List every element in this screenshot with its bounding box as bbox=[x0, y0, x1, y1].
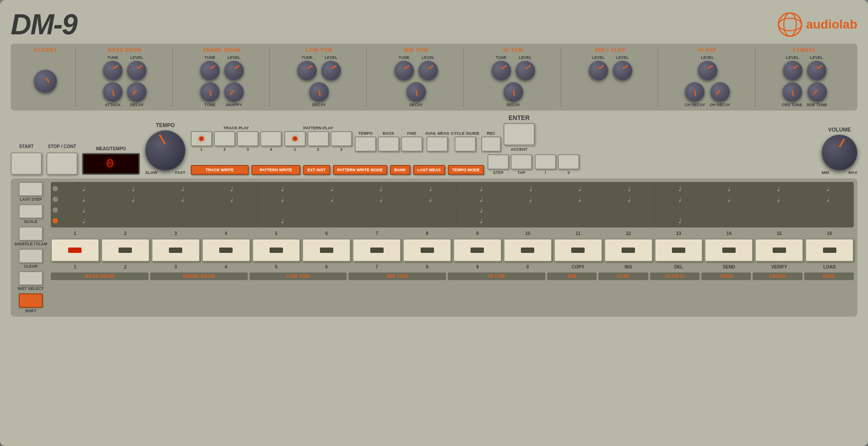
step-btn-11[interactable] bbox=[554, 239, 602, 262]
inst-select-button[interactable] bbox=[19, 271, 43, 285]
hihat-ch-decay[interactable] bbox=[685, 82, 704, 102]
shuffle-button[interactable] bbox=[19, 227, 43, 241]
track-play-btn-2[interactable] bbox=[214, 131, 235, 146]
pattern-play-btn-2[interactable] bbox=[307, 131, 329, 146]
bass-drum-attack[interactable] bbox=[103, 82, 123, 102]
inst-label-bass-drum: BASS DRUM bbox=[51, 273, 148, 280]
tempo-knob[interactable] bbox=[145, 130, 185, 170]
volume-knob[interactable] bbox=[822, 135, 857, 170]
step-btn-3[interactable] bbox=[151, 239, 200, 262]
mid-tom-level[interactable] bbox=[418, 61, 438, 80]
step-btn-16[interactable] bbox=[805, 239, 854, 262]
step-btn-12[interactable] bbox=[604, 239, 653, 262]
hi-tom-decay[interactable] bbox=[504, 82, 523, 102]
start-button[interactable] bbox=[11, 153, 42, 175]
cycle-guide-button[interactable] bbox=[454, 136, 476, 152]
rec-button[interactable] bbox=[481, 136, 501, 152]
cymbal-rde-tune[interactable] bbox=[807, 82, 827, 102]
tap-button[interactable] bbox=[511, 154, 532, 169]
hi-hat-label: HI HAT bbox=[698, 47, 717, 53]
hi-tom-level[interactable] bbox=[516, 61, 535, 80]
step-btn-8[interactable] bbox=[403, 239, 451, 262]
low-tom-level[interactable] bbox=[321, 61, 341, 80]
pattern-write-mode-button[interactable]: PATTERN WRITE MODE bbox=[333, 165, 387, 175]
logo: DM-9 bbox=[11, 8, 77, 41]
i-button[interactable] bbox=[535, 154, 556, 169]
track-play-btn-1[interactable] bbox=[191, 131, 212, 146]
clap-level[interactable] bbox=[613, 61, 632, 80]
track-play-btn-3[interactable] bbox=[237, 131, 258, 146]
step-btn-5[interactable] bbox=[252, 239, 301, 262]
mid-tom-decay[interactable] bbox=[406, 82, 426, 102]
step-btn-10[interactable] bbox=[504, 239, 552, 262]
hihat-level[interactable] bbox=[698, 61, 717, 80]
track-write-button[interactable]: TRACK WRITE bbox=[191, 165, 249, 175]
bass-drum-level[interactable] bbox=[127, 61, 147, 80]
instrument-low-tom: LOW TOM TUNE LEVEL DECAY bbox=[271, 47, 367, 107]
bank-button[interactable]: BANK bbox=[390, 165, 410, 175]
track-play-btn-4[interactable] bbox=[260, 131, 282, 146]
step-btn-2[interactable] bbox=[101, 239, 150, 262]
step-tap-group: STEP TAP bbox=[487, 154, 532, 175]
track-ind-1 bbox=[53, 186, 58, 191]
pattern-play-btn-3[interactable] bbox=[331, 131, 352, 146]
seq-main: ♩ ♩ ♩ ♩ ♩ ♩ ♩ ♩ ♩ ♩ ♩ ♩ bbox=[51, 182, 854, 313]
cymbal-ride-level[interactable] bbox=[807, 61, 827, 80]
step-btn-13[interactable] bbox=[655, 239, 703, 262]
mid-tom-tune[interactable] bbox=[394, 61, 414, 80]
step-btn-15[interactable] bbox=[755, 239, 803, 262]
hihat-oh-decay[interactable] bbox=[710, 82, 730, 102]
shift-button[interactable] bbox=[19, 293, 43, 308]
back-button[interactable] bbox=[378, 136, 399, 152]
low-tom-tune[interactable] bbox=[297, 61, 317, 80]
shuffle-label: SHUFFLE / FLAM bbox=[14, 242, 47, 246]
bass-drum-tune[interactable] bbox=[103, 61, 123, 80]
bass-drum-decay[interactable] bbox=[127, 82, 147, 102]
stop-button[interactable] bbox=[46, 153, 78, 175]
scale-group: SCALE bbox=[14, 204, 47, 224]
step-btn-7[interactable] bbox=[352, 239, 401, 262]
transport-area: START STOP / CONT MEAS/TEMPO 0 bbox=[11, 144, 140, 175]
ii-button[interactable] bbox=[558, 154, 579, 169]
pattern-write-button[interactable]: PATTERN WRITE bbox=[251, 165, 300, 175]
scale-button[interactable] bbox=[19, 204, 43, 219]
snare-snappy[interactable] bbox=[224, 82, 244, 102]
step-alt-labels: 1 2 3 4 5 6 7 8 9 0 COPY INS DEL SEND VE… bbox=[51, 264, 854, 269]
last-step-button[interactable] bbox=[19, 182, 43, 196]
step-button[interactable] bbox=[487, 154, 509, 169]
enter-button[interactable] bbox=[504, 123, 535, 145]
step-btn-4[interactable] bbox=[202, 239, 250, 262]
start-label: START bbox=[19, 144, 34, 149]
tempo-knob-area: TEMPO SLOW FAST bbox=[145, 122, 185, 175]
pattern-play-btn-1[interactable] bbox=[284, 131, 306, 146]
step-indicator-1 bbox=[68, 248, 82, 253]
step-btn-6[interactable] bbox=[302, 239, 351, 262]
fwd-button[interactable] bbox=[401, 136, 422, 152]
controls-top-row: TRACK PLAY 1 2 bbox=[191, 114, 816, 152]
rim-level[interactable] bbox=[589, 61, 608, 80]
tempo-button[interactable] bbox=[355, 136, 376, 152]
clear-button[interactable] bbox=[19, 249, 43, 263]
track-play-4: 4 bbox=[260, 131, 282, 152]
snare-tune[interactable] bbox=[200, 61, 220, 80]
last-meas-button[interactable]: LAST MEAS bbox=[413, 165, 445, 175]
step-btn-9[interactable] bbox=[453, 239, 502, 262]
svg-point-1 bbox=[784, 13, 796, 36]
accent-knob[interactable] bbox=[34, 70, 57, 93]
avail-meas-button[interactable] bbox=[426, 136, 448, 152]
low-tom-decay[interactable] bbox=[309, 82, 329, 102]
svg-point-0 bbox=[778, 13, 802, 36]
snare-tone[interactable] bbox=[200, 82, 220, 102]
step-btn-14[interactable] bbox=[704, 239, 753, 262]
cymbal-crash-level[interactable] bbox=[783, 61, 802, 80]
cymbal-crs-tune[interactable] bbox=[782, 82, 802, 102]
track-play-label: TRACK PLAY bbox=[223, 126, 249, 130]
tempo-mode-button[interactable]: TEMPO MODE bbox=[448, 165, 484, 175]
instrument-hi-hat: HI HAT LEVEL CH DECAY OH DECAY bbox=[660, 47, 755, 107]
step-buttons-row bbox=[51, 239, 854, 262]
ext-inst-button[interactable]: EXT INST bbox=[303, 165, 330, 175]
step-btn-1[interactable] bbox=[51, 239, 99, 262]
inst-label-open: OPEN bbox=[701, 273, 751, 280]
hi-tom-tune[interactable] bbox=[491, 61, 511, 80]
snare-level[interactable] bbox=[224, 61, 244, 80]
